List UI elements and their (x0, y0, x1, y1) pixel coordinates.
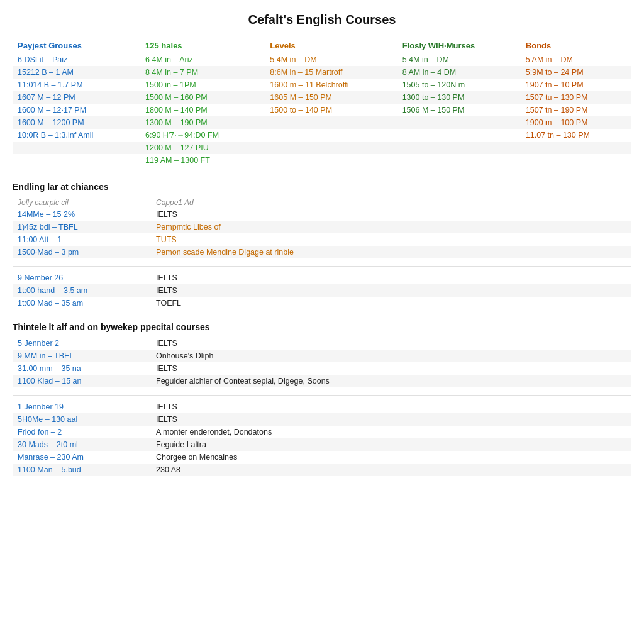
schedule-cell: 1507 tu – 130 PM (521, 91, 631, 104)
section2a-value: Onhouse's Dliph (151, 350, 631, 362)
section2a-date: 31.00 mm – 35 na (13, 362, 151, 375)
schedule-cell: 11.07 tn – 130 PM (521, 129, 631, 142)
section2b-value: Chorgee on Mencaines (151, 451, 631, 464)
section1b-date: 1t:00 Mad – 35 am (13, 297, 151, 309)
schedule-cell (397, 116, 521, 129)
table-row: 15212 B – 1 AM8 4M in – 7 PM8:6M in – 15… (13, 66, 631, 79)
schedule-cell: 1300 to – 130 PM (397, 91, 521, 104)
schedule-cell: 5:9M to – 24 PM (521, 66, 631, 79)
list-item: 1)45z bdl – TBFLPempmtic Libes of (13, 221, 631, 233)
schedule-cell (397, 129, 521, 142)
table-row: 10:0R B – 1:3.lnf Amil6:90 H'7·→94:D0 FM… (13, 129, 631, 142)
schedule-cell: 5 4M in – DM (397, 53, 521, 67)
list-item: Friod fon – 2A monter enderondet, Dondat… (13, 426, 631, 438)
section2b-value: Feguide Laltra (151, 438, 631, 451)
schedule-cell (265, 154, 397, 167)
section1-date: 11:00 Att – 1 (13, 233, 151, 246)
section2a-value: IELTS (151, 337, 631, 350)
schedule-cell: 1505 to – 120N m (397, 79, 521, 91)
schedule-cell (265, 142, 397, 154)
schedule-cell: 8 4M in – 7 PM (140, 66, 265, 79)
schedule-cell: 5 4M in – DM (265, 53, 397, 67)
schedule-cell (13, 142, 140, 154)
list-item: 31.00 mm – 35 naIELTS (13, 362, 631, 375)
list-item: 1100 Man – 5.bud230 A8 (13, 464, 631, 476)
list-item: 5 Jennber 2IELTS (13, 337, 631, 350)
section2b-date: 5H0Me – 130 aal (13, 413, 151, 426)
section2b-date: 1100 Man – 5.bud (13, 464, 151, 476)
section1b-date: 1t:00 hand – 3.5 am (13, 284, 151, 297)
table-row: 119 AM – 1300 FT (13, 154, 631, 167)
section2a-date: 5 Jennber 2 (13, 337, 151, 350)
section1-value: TUTS (151, 233, 631, 246)
schedule-cell: 10:0R B – 1:3.lnf Amil (13, 129, 140, 142)
schedule-cell: 1605 M – 150 PM (265, 91, 397, 104)
schedule-cell: 1600 m – 11 Belchrofti (265, 79, 397, 91)
schedule-cell: 8:6M in – 15 Martroff (265, 66, 397, 79)
section2a-date: 1100 Klad – 15 an (13, 375, 151, 387)
table-row: 1200 M – 127 PIU (13, 142, 631, 154)
schedule-cell: 6 DSI it – Paiz (13, 53, 140, 67)
page-title: Cefalt's English Courses (13, 13, 631, 27)
section2-table2: 1 Jennber 19IELTS5H0Me – 130 aalIELTSFri… (13, 401, 631, 476)
schedule-cell: 1907 tn – 10 PM (521, 79, 631, 91)
section1-col2-header: Cappe1 Ad (151, 197, 631, 208)
list-item: Manrase – 230 AmChorgee on Mencaines (13, 451, 631, 464)
section1b-value: IELTS (151, 284, 631, 297)
section2-table1: 5 Jennber 2IELTS9 MM in – TBELOnhouse's … (13, 337, 631, 387)
section2b-date: 1 Jennber 19 (13, 401, 151, 413)
section1-col1-header: Jolly caurplc cil (13, 197, 151, 208)
schedule-cell (397, 154, 521, 167)
table-row: 11:014 B – 1.7 PM1500 in – 1PM1600 m – 1… (13, 79, 631, 91)
section2b-value: 230 A8 (151, 464, 631, 476)
list-item: 1500·Mad – 3 pmPemon scade Mendine Digag… (13, 246, 631, 258)
table-row: 1600 M – 12·17 PM1800 M – 140 PM1500 to … (13, 104, 631, 116)
section1-date: 14MMe – 15 2% (13, 208, 151, 221)
schedule-cell: 5 AM in – DM (521, 53, 631, 67)
col-header-payjest: Payjest Grouses (13, 38, 140, 53)
section1-heading: Endling lar at chiances (13, 182, 631, 192)
table-row: 1607 M – 12 PM1500 M – 160 PM1605 M – 15… (13, 91, 631, 104)
schedule-cell: 1600 M – 12·17 PM (13, 104, 140, 116)
table-row: 1600 M – 1200 PM1300 M – 190 PM1900 m – … (13, 116, 631, 129)
list-item: 30 Mads – 2t0 mlFeguide Laltra (13, 438, 631, 451)
schedule-cell: 1200 M – 127 PIU (140, 142, 265, 154)
section1-value: Pempmtic Libes of (151, 221, 631, 233)
schedule-cell: 6 4M in – Ariz (140, 53, 265, 67)
schedule-cell: 119 AM – 1300 FT (140, 154, 265, 167)
section2a-value: Feguider alchier of Conteat sepial, Dige… (151, 375, 631, 387)
schedule-cell: 1900 m – 100 PM (521, 116, 631, 129)
schedule-cell: 1300 M – 190 PM (140, 116, 265, 129)
section1-date: 1)45z bdl – TBFL (13, 221, 151, 233)
list-item: 1t:00 Mad – 35 amTOEFL (13, 297, 631, 309)
schedule-cell: 1500 in – 1PM (140, 79, 265, 91)
schedule-cell (521, 154, 631, 167)
section1-value: Pemon scade Mendine Digage at rinble (151, 246, 631, 258)
section2a-date: 9 MM in – TBEL (13, 350, 151, 362)
list-item: 5H0Me – 130 aalIELTS (13, 413, 631, 426)
list-item: 1100 Klad – 15 anFeguider alchier of Con… (13, 375, 631, 387)
schedule-cell: 1500 M – 160 PM (140, 91, 265, 104)
schedule-cell (397, 142, 521, 154)
schedule-cell (265, 116, 397, 129)
schedule-cell: 8 AM in – 4 DM (397, 66, 521, 79)
section1b-value: TOEFL (151, 297, 631, 309)
schedule-cell: 11:014 B – 1.7 PM (13, 79, 140, 91)
col-header-flosly: Flosly WIH·Murses (397, 38, 521, 53)
section1-table: Jolly caurplc cil Cappe1 Ad 14MMe – 15 2… (13, 197, 631, 258)
table-row: 6 DSI it – Paiz6 4M in – Ariz5 4M in – D… (13, 53, 631, 67)
schedule-table: Payjest Grouses 125 hales Levels Flosly … (13, 38, 631, 167)
schedule-cell: 6:90 H'7·→94:D0 FM (140, 129, 265, 142)
section2b-value: IELTS (151, 401, 631, 413)
schedule-cell: 1506 M – 150 PM (397, 104, 521, 116)
section2a-value: IELTS (151, 362, 631, 375)
section1b-value: IELTS (151, 272, 631, 284)
list-item: 9 MM in – TBELOnhouse's Dliph (13, 350, 631, 362)
list-item: 14MMe – 15 2%IELTS (13, 208, 631, 221)
section2b-date: Manrase – 230 Am (13, 451, 151, 464)
section1-table2: 9 Nember 26IELTS1t:00 hand – 3.5 amIELTS… (13, 272, 631, 309)
section2b-date: 30 Mads – 2t0 ml (13, 438, 151, 451)
list-item: 1t:00 hand – 3.5 amIELTS (13, 284, 631, 297)
list-item: 9 Nember 26IELTS (13, 272, 631, 284)
schedule-cell: 1800 M – 140 PM (140, 104, 265, 116)
